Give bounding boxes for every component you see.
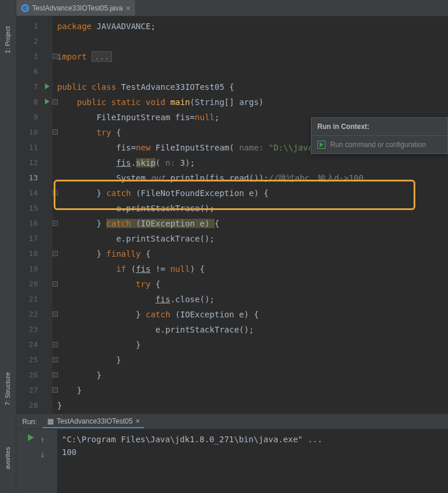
up-icon[interactable]: ↑ (40, 434, 46, 445)
line-number: 22 (16, 307, 52, 322)
line-number: 15 (16, 201, 52, 216)
code-line[interactable]: - } catch (IOException e) { (57, 307, 448, 322)
line-number: 28 (16, 398, 52, 413)
code-line[interactable]: - public static void main(String[] args) (57, 95, 448, 110)
code-line[interactable]: - } (57, 352, 448, 368)
code-line[interactable]: - } catch (FileNotFoundException e) { (57, 186, 448, 201)
run-context-popup: Run in Context: Run command or configura… (311, 117, 448, 154)
line-number: 14 (16, 186, 52, 201)
code-line[interactable] (57, 64, 448, 79)
code-line[interactable]: System.out.println(fis.read());//跳过abc，输… (57, 170, 448, 186)
line-number: 12 (16, 155, 52, 170)
line-number: 8 (16, 95, 52, 110)
line-number: 10 (16, 125, 52, 140)
line-number: 26 (16, 368, 52, 383)
line-number: 13 (16, 170, 52, 186)
run-gutter-icon[interactable] (45, 83, 50, 89)
line-number: 16 (16, 216, 52, 231)
code-line[interactable]: - } catch (IOException e) { (57, 216, 448, 231)
code-line[interactable] (57, 34, 448, 49)
line-number: 9 (16, 110, 52, 125)
code-line[interactable]: -import ... (57, 49, 448, 64)
popup-title: Run in Context: (312, 118, 447, 135)
code-line[interactable]: - } (57, 368, 448, 383)
code-line[interactable]: fis.skip( n: 3); (57, 155, 448, 170)
java-icon: C (21, 4, 29, 12)
left-toolbar: 1: Project 7: Structure avorites (0, 0, 16, 493)
tool-favorites[interactable]: avorites (4, 447, 11, 470)
run-tab-icon: ▦ (47, 417, 54, 425)
run-icon[interactable] (28, 434, 34, 441)
run-tab[interactable]: ▦ TestAdvance33IOTest05 × (43, 415, 144, 428)
line-number: 2 (16, 34, 52, 49)
code-line[interactable]: e.printStackTrace(); (57, 201, 448, 216)
run-gutter-icon[interactable] (45, 99, 50, 104)
run-tab-bar: Run: ▦ TestAdvance33IOTest05 × (16, 414, 448, 429)
code-line[interactable]: e.printStackTrace(); (57, 322, 448, 337)
code-line[interactable]: - } finally { (57, 246, 448, 261)
line-number: 1 (16, 19, 52, 34)
console-output[interactable]: "C:\Program Files\Java\jdk1.8.0_271\bin\… (57, 429, 448, 493)
tab-label: TestAdvance33IOTest05.java (32, 4, 123, 12)
line-number: 25 (16, 352, 52, 368)
run-tab-name: TestAdvance33IOTest05 (57, 417, 132, 425)
code-line[interactable]: fis.close(); (57, 292, 448, 307)
line-number: 21 (16, 292, 52, 307)
run-label: Run: (22, 418, 37, 426)
line-number: 23 (16, 322, 52, 337)
line-number: 18 (16, 246, 52, 261)
run-panel: ↑ ↓ "C:\Program Files\Java\jdk1.8.0_271\… (16, 429, 448, 493)
code-line[interactable]: if (fis != null) { (57, 261, 448, 277)
line-number: 20 (16, 277, 52, 292)
tab-bar: C TestAdvance33IOTest05.java × (16, 0, 448, 16)
code-line[interactable]: e.printStackTrace(); (57, 231, 448, 246)
code-line[interactable]: - try { (57, 277, 448, 292)
line-number: 3 (16, 49, 52, 64)
play-icon (317, 141, 326, 149)
popup-hint-text: Run command or configuration (330, 141, 426, 149)
code-line[interactable]: package JAVAADVANCE; (57, 19, 448, 34)
down-icon[interactable]: ↓ (40, 449, 46, 460)
line-number: 7 (16, 79, 52, 95)
editor-tab[interactable]: C TestAdvance33IOTest05.java × (16, 0, 136, 16)
output-l2: 100 (62, 447, 76, 457)
code-line[interactable]: public class TestAdvance33IOTest05 { (57, 79, 448, 95)
tool-structure[interactable]: 7: Structure (4, 372, 11, 405)
code-line[interactable]: - } (57, 337, 448, 352)
close-icon[interactable]: × (135, 417, 139, 425)
line-number: 24 (16, 337, 52, 352)
run-toolbar: ↑ ↓ (16, 429, 57, 493)
line-number: 27 (16, 383, 52, 398)
tool-project[interactable]: 1: Project (4, 26, 11, 53)
line-number: 17 (16, 231, 52, 246)
code-line[interactable]: } (57, 398, 448, 413)
line-number: 19 (16, 261, 52, 277)
line-number: 11 (16, 140, 52, 155)
output-l1: "C:\Program Files\Java\jdk1.8.0_271\bin\… (62, 435, 323, 444)
close-icon[interactable]: × (125, 4, 130, 13)
line-number: 6 (16, 64, 52, 79)
code-line[interactable]: - } (57, 383, 448, 398)
popup-hint-item[interactable]: Run command or configuration (312, 135, 447, 153)
